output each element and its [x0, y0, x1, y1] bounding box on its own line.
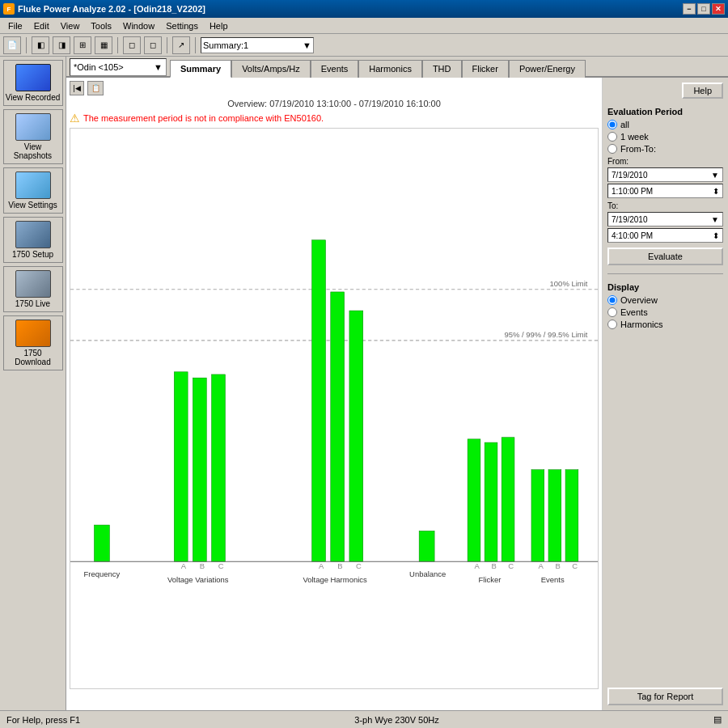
svg-text:A: A [181, 561, 187, 570]
menu-view[interactable]: View [56, 19, 85, 32]
title-bar-left: F Fluke Power Analyze 2.02 - [Odin218_V2… [3, 3, 205, 15]
view-recorded-label: View Recorded [6, 93, 61, 102]
minimize-button[interactable]: − [683, 3, 696, 15]
to-date-field[interactable]: 7/19/2010 ▼ [607, 212, 723, 226]
tab-thd[interactable]: THD [422, 60, 462, 78]
sidebar-item-1750-setup[interactable]: 1750 Setup [3, 217, 63, 263]
bar-unbalance [419, 531, 434, 561]
tab-harmonics[interactable]: Harmonics [358, 60, 422, 78]
bar-vv-a [174, 372, 188, 562]
status-help-text: For Help, press F1 [6, 715, 80, 725]
menu-window[interactable]: Window [118, 19, 159, 32]
to-date-value: 7/19/2010 [612, 215, 648, 224]
radio-all-row[interactable]: all [607, 120, 723, 129]
radio-1week[interactable] [607, 132, 617, 142]
device-dropdown[interactable]: *Odin <105> ▼ [70, 58, 167, 76]
radio-overview-row[interactable]: Overview [607, 295, 723, 305]
radio-events-row[interactable]: Events [607, 307, 723, 317]
to-time-field[interactable]: 4:10:00 PM ⬍ [607, 228, 723, 243]
chart-container: 100% Limit 95% / 99% / 99.5% Limit Frequ… [70, 128, 599, 689]
radio-fromto-row[interactable]: From-To: [607, 144, 723, 154]
tab-power-energy[interactable]: Power/Energy [509, 60, 586, 78]
tb-btn-6[interactable]: ◻ [144, 36, 162, 54]
radio-display-harmonics[interactable] [607, 320, 617, 329]
tab-volts-amps-hz[interactable]: Volts/Amps/Hz [231, 60, 311, 78]
view-settings-label: View Settings [8, 201, 57, 210]
sidebar-item-view-snapshots[interactable]: View Snapshots [3, 109, 63, 164]
maximize-button[interactable]: □ [697, 3, 710, 15]
tag-report-button[interactable]: Tag for Report [607, 688, 723, 705]
radio-display-events[interactable] [607, 307, 617, 317]
from-time-field[interactable]: 1:10:00 PM ⬍ [607, 184, 723, 198]
view-snapshots-icon [15, 113, 51, 141]
1750-live-label: 1750 Live [15, 299, 50, 308]
tab-flicker[interactable]: Flicker [462, 60, 509, 78]
toolbar: 📄 ◧ ◨ ⊞ ▦ ◻ ◻ ↗ Summary:1 ▼ [0, 34, 728, 57]
from-date-field[interactable]: 7/19/2010 ▼ [607, 167, 723, 182]
to-date-arrow: ▼ [711, 215, 719, 224]
1750-live-icon [15, 270, 51, 298]
svg-text:A: A [538, 561, 544, 570]
bar-vh-a [312, 240, 326, 562]
summary-dropdown[interactable]: Summary:1 ▼ [201, 37, 314, 53]
tb-btn-5[interactable]: ◻ [123, 36, 141, 54]
radio-1week-row[interactable]: 1 week [607, 132, 723, 142]
radio-harmonics-row[interactable]: Harmonics [607, 320, 723, 329]
from-date-value: 7/19/2010 [612, 171, 648, 180]
bar-frequency [94, 525, 109, 561]
tab-summary[interactable]: Summary [170, 60, 231, 78]
sidebar-item-1750-download[interactable]: 1750 Download [3, 315, 63, 370]
svg-text:Frequency: Frequency [84, 569, 121, 578]
radio-1week-label: 1 week [620, 132, 649, 142]
svg-text:C: C [508, 561, 514, 570]
separator-2 [117, 37, 118, 53]
chart-tool-1[interactable]: |◀ [70, 81, 84, 95]
tb-btn-2[interactable]: ◨ [53, 36, 70, 54]
menu-help[interactable]: Help [205, 19, 233, 32]
to-label: To: [607, 201, 723, 210]
close-button[interactable]: ✕ [712, 3, 725, 15]
bar-vv-c [212, 375, 226, 561]
help-button[interactable]: Help [682, 83, 723, 99]
work-area: *Odin <105> ▼ Summary Volts/Amps/Hz Even… [66, 57, 728, 710]
menu-tools[interactable]: Tools [86, 19, 116, 32]
menu-file[interactable]: File [3, 19, 28, 32]
svg-text:B: B [200, 561, 205, 570]
tb-btn-7[interactable]: ↗ [172, 36, 190, 54]
tb-btn-3[interactable]: ⊞ [74, 36, 91, 54]
svg-text:95% / 99% / 99.5% Limit: 95% / 99% / 99.5% Limit [504, 330, 587, 339]
bar-events-a [531, 470, 544, 562]
radio-all-label: all [620, 120, 629, 129]
radio-overview[interactable] [607, 295, 617, 305]
from-time-value: 1:10:00 PM [612, 187, 653, 196]
sidebar-item-1750-live[interactable]: 1750 Live [3, 266, 63, 312]
svg-text:Unbalance: Unbalance [409, 569, 446, 578]
chart-tool-copy[interactable]: 📋 [87, 81, 104, 95]
1750-setup-label: 1750 Setup [12, 250, 53, 259]
evaluation-period-label: Evaluation Period [607, 107, 723, 116]
spacer [607, 334, 723, 683]
menu-edit[interactable]: Edit [29, 19, 54, 32]
tab-events[interactable]: Events [311, 60, 359, 78]
from-time-spinner: ⬍ [713, 187, 719, 196]
chart-panel: |◀ 📋 Overview: 07/19/2010 13:10:00 - 07/… [66, 78, 603, 710]
main-content: View Recorded View Snapshots View Settin… [0, 57, 728, 710]
radio-overview-label: Overview [620, 295, 658, 305]
tb-btn-1[interactable]: ◧ [32, 36, 49, 54]
svg-text:Events: Events [541, 575, 565, 584]
radio-fromto[interactable] [607, 144, 617, 154]
tb-btn-4[interactable]: ▦ [95, 36, 112, 54]
warning-text: The measurement period is not in complia… [83, 113, 324, 123]
radio-events-label: Events [620, 307, 648, 317]
bar-vh-c [349, 311, 363, 561]
new-button[interactable]: 📄 [3, 36, 21, 54]
sidebar-item-view-recorded[interactable]: View Recorded [3, 60, 63, 106]
sidebar-item-view-settings[interactable]: View Settings [3, 167, 63, 214]
app-title: Fluke Power Analyze 2.02 - [Odin218_V220… [18, 4, 205, 14]
separator-3 [167, 37, 167, 53]
to-time-value: 4:10:00 PM [612, 231, 653, 240]
evaluate-button[interactable]: Evaluate [607, 248, 723, 265]
radio-all[interactable] [607, 120, 617, 129]
display-label: Display [607, 282, 723, 292]
menu-settings[interactable]: Settings [161, 19, 203, 32]
